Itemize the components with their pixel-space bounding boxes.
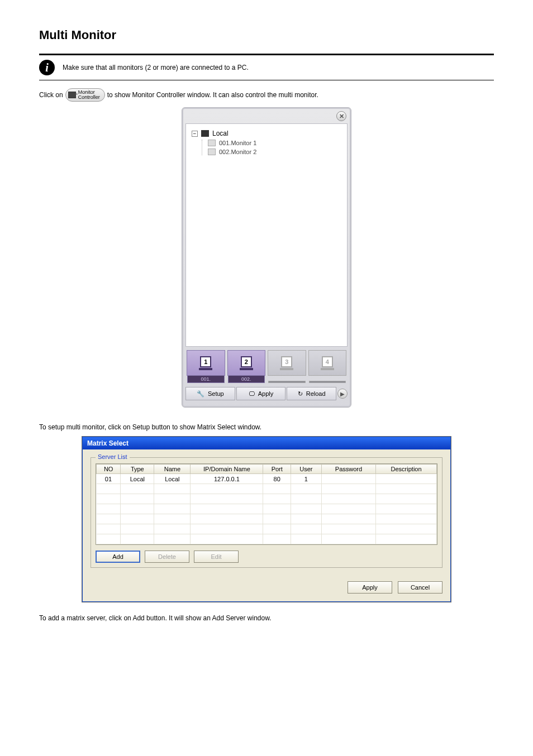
paragraph-1-prefix: Click on xyxy=(39,91,63,99)
mc-button-line2: Controller xyxy=(78,95,100,100)
col-name[interactable]: Name xyxy=(154,465,191,474)
tree-collapse-icon[interactable]: − xyxy=(192,131,198,137)
apply-label: Apply xyxy=(258,390,274,397)
paragraph-3: To add a matrix server, click on Add but… xyxy=(39,614,494,622)
close-button[interactable]: ✕ xyxy=(336,111,346,121)
table-row[interactable] xyxy=(97,524,437,534)
slot-number: 2 xyxy=(241,356,252,367)
table-row[interactable] xyxy=(97,484,437,494)
monitor-check-icon: 🖵 xyxy=(249,390,255,397)
reload-button[interactable]: ↻ Reload xyxy=(287,387,336,400)
divider xyxy=(39,54,494,55)
col-password[interactable]: Password xyxy=(321,465,375,474)
slot-number: 3 xyxy=(281,356,292,367)
monitor-icon xyxy=(68,92,76,98)
cell-password xyxy=(321,474,375,484)
cell-user: 1 xyxy=(291,474,322,484)
monitor-controller-actions: 🔧 Setup 🖵 Apply ↻ Reload ▶ xyxy=(185,387,348,400)
slot-label: 002. xyxy=(228,375,265,383)
monitor-slot-4[interactable]: 4 xyxy=(308,350,347,376)
slot-label xyxy=(309,381,346,383)
col-description[interactable]: Description xyxy=(376,465,437,474)
info-note: Make sure that all monitors (2 or more) … xyxy=(63,64,249,71)
computer-icon xyxy=(201,130,209,137)
tree-item[interactable]: 001.Monitor 1 xyxy=(208,140,341,146)
monitor-tree[interactable]: − Local 001.Monitor 1 002.Monitor 2 xyxy=(185,123,348,347)
monitor-slot-1[interactable]: 1 001. xyxy=(187,350,225,376)
info-icon: i xyxy=(39,60,55,75)
monitor-slot-2[interactable]: 2 002. xyxy=(227,350,266,376)
add-button[interactable]: Add xyxy=(96,551,140,563)
reload-label: Reload xyxy=(306,390,326,397)
col-port[interactable]: Port xyxy=(263,465,291,474)
apply-button[interactable]: Apply xyxy=(348,581,392,594)
server-list-legend: Server List xyxy=(96,453,130,460)
matrix-select-dialog: Matrix Select Server List NO Type Name I… xyxy=(82,437,451,602)
slot-label: 001. xyxy=(187,375,225,383)
dialog-title: Matrix Select xyxy=(83,437,450,449)
cell-name: Local xyxy=(154,474,191,484)
table-row[interactable] xyxy=(97,494,437,504)
table-header-row: NO Type Name IP/Domain Name Port User Pa… xyxy=(97,465,437,474)
tree-item[interactable]: 002.Monitor 2 xyxy=(208,149,341,155)
cell-port: 80 xyxy=(263,474,291,484)
paragraph-2: To setup multi monitor, click on Setup b… xyxy=(39,423,494,431)
tree-item-label: 001.Monitor 1 xyxy=(219,140,256,146)
cell-no: 01 xyxy=(97,474,121,484)
server-list-grid[interactable]: NO Type Name IP/Domain Name Port User Pa… xyxy=(96,463,437,545)
table-row[interactable] xyxy=(97,504,437,514)
cell-type: Local xyxy=(121,474,154,484)
slot-number: 4 xyxy=(322,356,333,367)
paragraph-1-suffix: to show Monitor Controller window. It ca… xyxy=(107,91,318,99)
monitor-controller-button[interactable]: Monitor Controller xyxy=(65,88,105,102)
table-row[interactable] xyxy=(97,514,437,524)
delete-button[interactable]: Delete xyxy=(145,551,189,563)
paragraph-1: Click on Monitor Controller to show Moni… xyxy=(39,88,494,102)
monitor-slots: 1 001. 2 002. 3 4 xyxy=(185,350,348,376)
monitor-icon xyxy=(208,149,216,155)
edit-button[interactable]: Edit xyxy=(194,551,239,563)
server-list-fieldset: Server List NO Type Name IP/Domain Name … xyxy=(91,457,442,568)
monitor-controller-window: ✕ − Local 001.Monitor 1 002.Monitor 2 1 … xyxy=(182,107,351,408)
cell-ip: 127.0.0.1 xyxy=(191,474,263,484)
expand-arrow-button[interactable]: ▶ xyxy=(337,389,348,399)
tree-root-label: Local xyxy=(212,130,229,137)
setup-label: Setup xyxy=(208,390,224,397)
apply-button[interactable]: 🖵 Apply xyxy=(236,387,286,400)
table-row[interactable] xyxy=(97,534,437,544)
slot-number: 1 xyxy=(200,356,211,367)
tree-root[interactable]: − Local xyxy=(192,130,341,137)
monitor-icon xyxy=(208,140,216,146)
divider xyxy=(39,80,494,80)
page-title: Multi Monitor xyxy=(39,28,494,42)
col-ip[interactable]: IP/Domain Name xyxy=(191,465,263,474)
tree-item-label: 002.Monitor 2 xyxy=(219,149,256,155)
setup-button[interactable]: 🔧 Setup xyxy=(185,387,235,400)
reload-icon: ↻ xyxy=(298,390,303,398)
cancel-button[interactable]: Cancel xyxy=(398,581,442,594)
wrench-icon: 🔧 xyxy=(197,390,204,398)
slot-label xyxy=(268,381,306,383)
table-row[interactable]: 01 Local Local 127.0.0.1 80 1 xyxy=(97,474,437,484)
col-user[interactable]: User xyxy=(291,465,322,474)
col-no[interactable]: NO xyxy=(97,465,121,474)
col-type[interactable]: Type xyxy=(121,465,154,474)
monitor-slot-3[interactable]: 3 xyxy=(268,350,306,376)
cell-description xyxy=(376,474,437,484)
info-row: i Make sure that all monitors (2 or more… xyxy=(39,60,494,75)
